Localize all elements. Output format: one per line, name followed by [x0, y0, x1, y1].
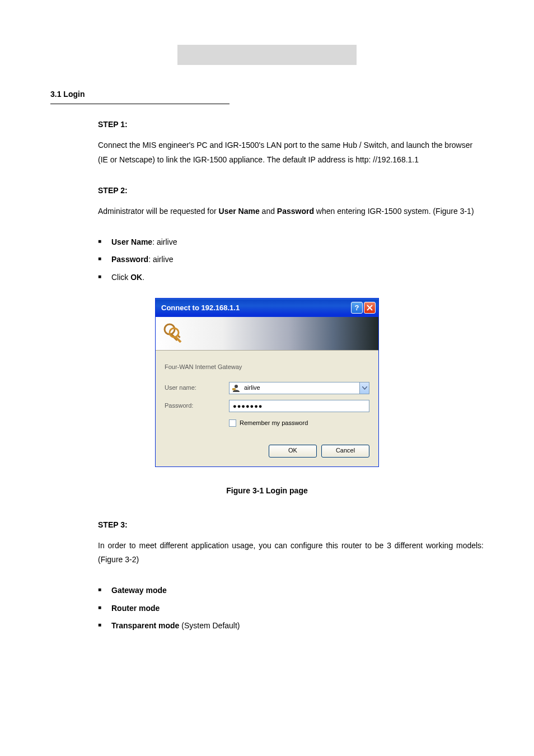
title-buttons: ?	[351, 302, 376, 314]
username-combo[interactable]: airlive	[229, 382, 369, 394]
password-label: Password:	[165, 400, 229, 412]
section-title: 3.1 Login	[50, 87, 229, 104]
close-button[interactable]	[364, 302, 376, 314]
step2-pw: Password	[277, 207, 314, 216]
user-icon	[232, 384, 241, 393]
b-trans: Transparent mode	[111, 621, 179, 630]
username-label: User name:	[165, 382, 229, 394]
bullet-router: Router mode	[98, 601, 484, 615]
chevron-down-icon[interactable]	[359, 382, 369, 394]
figure-caption: Figure 3-1 Login page	[50, 484, 484, 498]
help-button[interactable]: ?	[351, 302, 363, 314]
remember-checkbox[interactable]	[229, 419, 236, 427]
ok-button[interactable]: OK	[269, 445, 317, 458]
b-gateway: Gateway mode	[111, 586, 167, 595]
bullet-username: User Name: airlive	[98, 235, 484, 249]
step1-title: STEP 1:	[98, 118, 484, 132]
bullet-password: Password: airlive	[98, 253, 484, 267]
password-input[interactable]	[229, 400, 369, 412]
bullet-click-pre: Click	[111, 273, 130, 282]
step2-t1: Administrator will be requested for	[98, 207, 219, 216]
bullet-un-val: : airlive	[152, 237, 177, 246]
bullet-pw-val: : airlive	[148, 255, 173, 264]
chapter-banner	[177, 45, 357, 65]
step2-un: User Name	[219, 207, 260, 216]
dialog-wrap: Connect to 192.168.1.1 ? Four-WAN In	[50, 298, 484, 467]
remember-row: Remember my password	[229, 418, 369, 429]
dialog-body: Four-WAN Internet Gateway User name: air…	[156, 351, 378, 466]
svg-rect-6	[232, 388, 236, 390]
keys-icon	[162, 322, 186, 346]
step2-t2: and	[260, 207, 277, 216]
bullet-pw-label: Password	[111, 255, 148, 264]
step2-bullets: User Name: airlive Password: airlive Cli…	[98, 235, 484, 284]
cancel-button[interactable]: Cancel	[321, 445, 369, 458]
password-row: Password:	[165, 400, 369, 412]
close-icon	[367, 305, 373, 311]
step3-title: STEP 3:	[98, 518, 484, 532]
bullet-transparent: Transparent mode (System Default)	[98, 619, 484, 633]
bullet-gateway: Gateway mode	[98, 584, 484, 598]
b-trans-post: (System Default)	[179, 621, 240, 630]
step2-t3: when entering IGR-1500 system. (Figure 3…	[314, 207, 474, 216]
step3-body: In order to meet different application u…	[98, 539, 484, 567]
username-row: User name: airlive	[165, 382, 369, 394]
step1-body: Connect the MIS engineer's PC and IGR-15…	[98, 138, 484, 166]
titlebar: Connect to 192.168.1.1 ?	[156, 298, 378, 317]
bullet-un-label: User Name	[111, 237, 152, 246]
svg-point-5	[235, 385, 238, 388]
button-row: OK Cancel	[165, 445, 369, 458]
dialog-title: Connect to 192.168.1.1	[161, 301, 240, 314]
header-strip	[156, 317, 378, 351]
b-router: Router mode	[111, 604, 160, 613]
bullet-click-ok: OK	[130, 273, 142, 282]
remember-label: Remember my password	[240, 418, 308, 429]
bullet-click-post: .	[142, 273, 144, 282]
bullet-click: Click OK.	[98, 270, 484, 284]
step3-bullets: Gateway mode Router mode Transparent mod…	[98, 584, 484, 633]
step2-title: STEP 2:	[98, 184, 484, 198]
dialog-subtitle: Four-WAN Internet Gateway	[165, 362, 369, 373]
login-dialog: Connect to 192.168.1.1 ? Four-WAN In	[155, 298, 379, 467]
username-value: airlive	[244, 382, 260, 394]
step2-body: Administrator will be requested for User…	[98, 204, 484, 218]
